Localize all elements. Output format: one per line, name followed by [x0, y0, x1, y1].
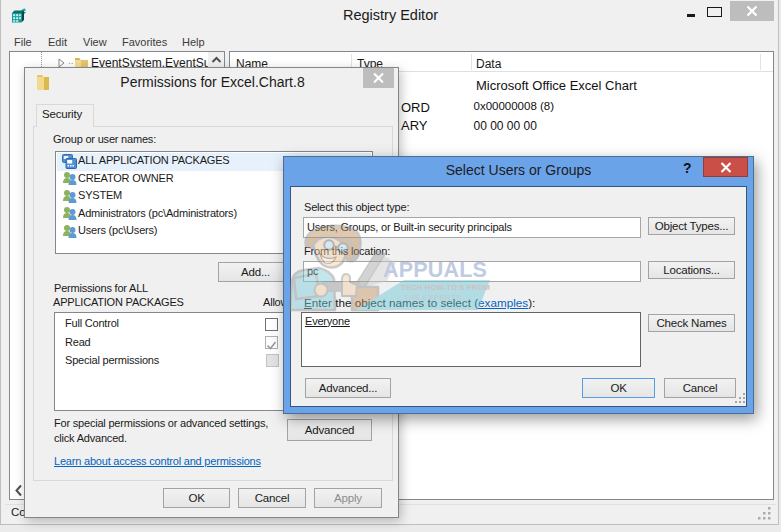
svg-text:APPUALS: APPUALS	[383, 258, 487, 282]
svg-text:TECH HOW-TO'S FROM: TECH HOW-TO'S FROM	[401, 283, 490, 292]
svg-text:THE EXPERTS: THE EXPERTS	[404, 293, 462, 302]
